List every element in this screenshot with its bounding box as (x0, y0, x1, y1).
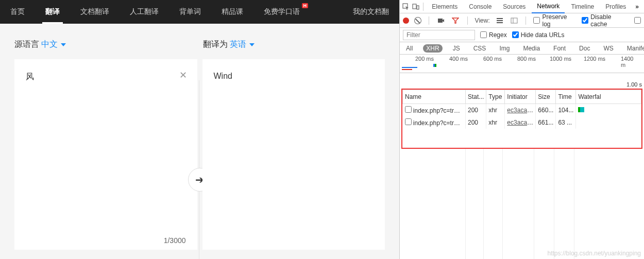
timeline-seconds: 1.00 s (626, 81, 642, 88)
clear-icon[interactable]: ✕ (179, 70, 187, 81)
request-status: 200 (466, 104, 486, 117)
target-lang-prefix: 翻译为 (203, 39, 228, 50)
chevron-down-icon (249, 43, 255, 46)
request-status: 200 (466, 116, 486, 129)
target-text: Wind (214, 72, 232, 80)
row-checkbox[interactable] (405, 118, 412, 125)
request-initiator[interactable]: ec3aca3... (507, 107, 535, 114)
request-size: 660... (536, 104, 556, 117)
device-icon[interactable] (412, 2, 420, 11)
svg-rect-6 (497, 18, 503, 19)
request-row[interactable]: index.php?c=tran... 200 xhr ec3aca3... 6… (403, 104, 641, 117)
col-time[interactable]: Time (556, 90, 576, 104)
filter-xhr[interactable]: XHR (423, 44, 442, 53)
request-size: 661... (536, 116, 556, 129)
col-status[interactable]: Stat... (466, 90, 486, 104)
filter-css[interactable]: CSS (470, 44, 489, 53)
request-initiator[interactable]: ec3aca3... (507, 119, 535, 126)
tab-console[interactable]: Console (464, 0, 497, 13)
network-toolbar: View: Preserve log Disable cache (400, 13, 644, 28)
filter-all[interactable]: All (403, 44, 416, 53)
request-type: xhr (486, 104, 505, 117)
chevron-down-icon (61, 43, 66, 46)
inspect-icon[interactable] (402, 2, 411, 11)
target-textarea: Wind (202, 59, 385, 250)
svg-rect-2 (417, 6, 419, 9)
top-nav: 首页 翻译 文档翻译 人工翻译 背单词 精品课 免费学口语 H 我的文档翻 (0, 0, 399, 24)
request-name: index.php?c=tran... (413, 107, 466, 114)
char-counter: 1/3000 (164, 236, 186, 245)
nav-human-translate[interactable]: 人工翻译 (120, 0, 169, 24)
tick-label: 1400 m (621, 56, 636, 68)
preserve-log-checkbox[interactable]: Preserve log (533, 13, 577, 28)
timeline-bar (402, 69, 412, 70)
view-label: View: (475, 17, 490, 24)
filter-input[interactable] (403, 30, 475, 40)
target-lang-value: 英语 (230, 39, 246, 50)
row-checkbox[interactable] (405, 106, 412, 113)
filter-img[interactable]: Img (496, 44, 513, 53)
view-frame-icon[interactable] (510, 16, 519, 25)
timeline-overview[interactable]: 200 ms 400 ms 600 ms 800 ms 1000 ms 1200… (400, 55, 644, 73)
svg-marker-5 (452, 18, 459, 23)
col-waterfall[interactable]: Waterfal (576, 90, 641, 104)
filter-js[interactable]: JS (450, 44, 463, 53)
regex-label: Regex (489, 31, 507, 39)
type-filter-bar: All XHR JS CSS Img Media Font Doc WS Man… (400, 42, 644, 55)
clear-button[interactable] (414, 17, 421, 24)
network-table: Name Stat... Type Initiator Size Time Wa… (402, 90, 641, 148)
filter-media[interactable]: Media (520, 44, 543, 53)
disable-cache-checkbox[interactable]: Disable cache (582, 13, 629, 28)
col-size[interactable]: Size (536, 90, 556, 104)
tab-timeline[interactable]: Timeline (566, 0, 599, 13)
filter-doc[interactable]: Doc (576, 44, 593, 53)
filter-font[interactable]: Font (550, 44, 569, 53)
source-textarea[interactable]: 风 ✕ 1/3000 (14, 59, 197, 250)
network-empty-grid (400, 149, 644, 259)
tab-profiles[interactable]: Profiles (600, 0, 631, 13)
offline-checkbox[interactable] (634, 17, 641, 24)
col-name[interactable]: Name (403, 90, 466, 104)
nav-translate[interactable]: 翻译 (35, 0, 70, 24)
tick-label: 1000 ms (550, 56, 571, 62)
svg-rect-7 (497, 20, 503, 21)
waterfall-cell (576, 104, 641, 117)
source-lang-selector[interactable]: 源语言 中文 (14, 39, 200, 50)
col-type[interactable]: Type (486, 90, 505, 104)
nav-vocab[interactable]: 背单词 (169, 0, 211, 24)
svg-rect-8 (497, 22, 503, 23)
nav-home[interactable]: 首页 (0, 0, 35, 24)
nav-my-docs[interactable]: 我的文档翻 (343, 0, 399, 24)
hide-data-urls-label: Hide data URLs (521, 31, 565, 39)
request-row[interactable]: index.php?c=tran... 200 xhr ec3aca3... 6… (403, 116, 641, 129)
camera-icon[interactable] (436, 16, 446, 25)
tick-label: 200 ms (415, 56, 434, 62)
filter-icon[interactable] (451, 16, 460, 25)
svg-rect-9 (511, 18, 517, 23)
col-initiator[interactable]: Initiator (505, 90, 536, 104)
tab-elements[interactable]: Elements (427, 0, 463, 13)
nav-doc-translate[interactable]: 文档翻译 (70, 0, 120, 24)
source-lang-prefix: 源语言 (14, 39, 39, 50)
more-tabs-icon[interactable]: » (632, 3, 642, 10)
target-lang-selector[interactable]: 翻译为 英语 (203, 39, 385, 50)
filter-ws[interactable]: WS (600, 44, 616, 53)
timeline-bar (402, 67, 417, 68)
view-list-icon[interactable] (495, 16, 504, 25)
nav-free-spoken[interactable]: 免费学口语 H (253, 0, 310, 24)
network-table-highlight: Name Stat... Type Initiator Size Time Wa… (401, 89, 642, 149)
record-button[interactable] (403, 18, 409, 24)
svg-marker-4 (443, 19, 444, 22)
svg-rect-1 (413, 4, 416, 9)
tab-sources[interactable]: Sources (498, 0, 531, 13)
tick-label: 800 ms (517, 56, 536, 62)
filter-manifest[interactable]: Manifest (624, 44, 644, 53)
tab-network[interactable]: Network (532, 0, 565, 13)
regex-checkbox[interactable]: Regex (480, 31, 507, 39)
source-text: 风 (26, 72, 34, 81)
nav-courses[interactable]: 精品课 (211, 0, 253, 24)
hot-badge: H (302, 3, 309, 8)
waterfall-cell (576, 116, 641, 129)
source-lang-value: 中文 (41, 39, 58, 50)
hide-data-urls-checkbox[interactable]: Hide data URLs (512, 31, 565, 39)
